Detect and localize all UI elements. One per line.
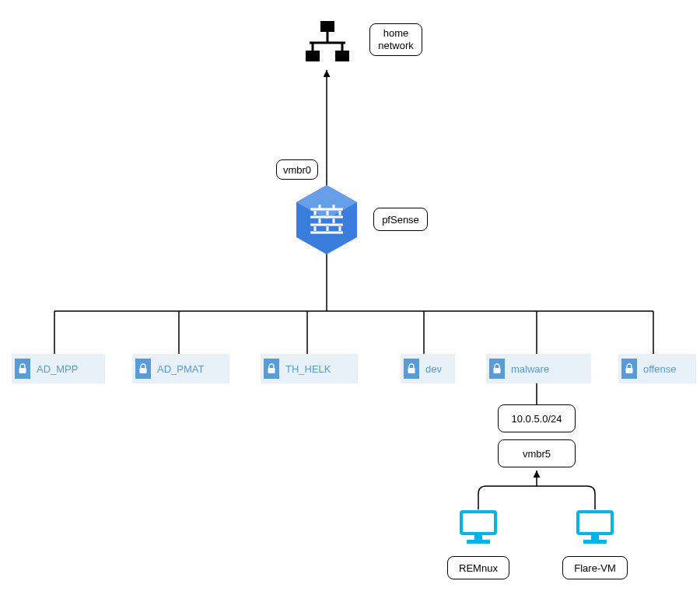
- network-icon: [302, 19, 352, 69]
- network-th-helk: TH_HELK: [261, 354, 358, 383]
- svg-rect-35: [140, 368, 147, 373]
- firewall-icon: [293, 183, 360, 260]
- lock-icon: [15, 359, 30, 379]
- svg-rect-37: [408, 368, 415, 373]
- svg-rect-45: [583, 540, 607, 544]
- lock-icon: [489, 359, 505, 379]
- svg-rect-41: [474, 535, 482, 540]
- bridge0-label: vmbr0: [276, 159, 318, 180]
- vm-flarevm-label: Flare-VM: [562, 556, 628, 579]
- network-ad-mpp: AD_MPP: [12, 354, 105, 383]
- home-network-label: home network: [369, 23, 422, 56]
- network-label: offense: [643, 363, 676, 375]
- svg-rect-42: [467, 540, 490, 544]
- network-malware: malware: [486, 354, 591, 383]
- network-label: AD_MPP: [37, 363, 78, 375]
- vm-remnux-label: REMnux: [447, 556, 509, 579]
- network-label: dev: [425, 363, 442, 375]
- lock-icon: [404, 359, 419, 379]
- monitor-icon-remnux: [459, 509, 498, 548]
- network-dev: dev: [401, 354, 455, 383]
- svg-rect-11: [320, 21, 334, 32]
- bridge5-label: vmbr5: [498, 439, 576, 467]
- svg-rect-43: [578, 512, 612, 534]
- monitor-icon-flarevm: [576, 509, 614, 548]
- network-label: TH_HELK: [285, 363, 331, 375]
- svg-rect-34: [19, 368, 26, 373]
- svg-rect-44: [591, 535, 599, 540]
- svg-rect-16: [306, 51, 320, 61]
- lock-icon: [621, 359, 637, 379]
- network-label: AD_PMAT: [157, 363, 204, 375]
- svg-rect-17: [335, 51, 349, 61]
- subnet-label: 10.0.5.0/24: [498, 404, 576, 432]
- lock-icon: [135, 359, 151, 379]
- lock-icon: [264, 359, 279, 379]
- network-offense: offense: [618, 354, 696, 383]
- svg-rect-38: [494, 368, 501, 373]
- pfsense-label: pfSense: [373, 208, 428, 231]
- network-ad-pmat: AD_PMAT: [132, 354, 229, 383]
- svg-rect-39: [626, 368, 633, 373]
- svg-rect-36: [268, 368, 275, 373]
- svg-rect-40: [461, 512, 495, 534]
- network-label: malware: [511, 363, 549, 375]
